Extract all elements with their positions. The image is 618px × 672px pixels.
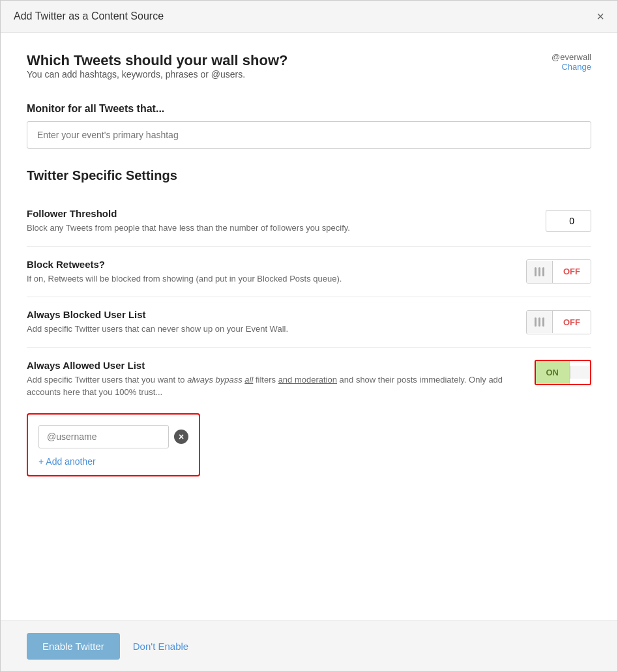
block-retweets-desc: If on, Retweets will be blocked from sho… (27, 272, 513, 285)
username-input[interactable] (38, 425, 169, 448)
dialog: Add Twitter as a Content Source × Which … (0, 0, 618, 672)
bar2 (538, 267, 540, 276)
allowed-user-list-name: Always Allowed User List (27, 360, 522, 371)
bar1 (535, 267, 537, 276)
blocked-user-list-toggle-handle[interactable] (527, 311, 553, 333)
remove-username-button[interactable]: × (174, 430, 188, 444)
subtitle: You can add hashtags, keywords, phrases … (27, 69, 288, 80)
blocked-user-list-name: Always Blocked User List (27, 309, 513, 320)
follower-threshold-desc: Block any Tweets from people that have l… (27, 222, 533, 235)
allowed-user-list-toggle-label: ON (536, 361, 570, 384)
blocked-user-list-toggle[interactable]: OFF (526, 310, 591, 334)
follower-threshold-name: Follower Threshold (27, 208, 533, 219)
allowed-user-list-toggle[interactable]: ON (535, 360, 592, 385)
block-retweets-toggle-handle[interactable] (527, 261, 553, 283)
allowed-user-list-desc: Add specific Twitter users that you want… (27, 373, 522, 399)
blocked-user-list-row: Always Blocked User List Add specific Tw… (27, 297, 591, 348)
follower-threshold-info: Follower Threshold Block any Tweets from… (27, 208, 546, 235)
bar1 (535, 317, 537, 327)
allowed-user-list-section: Always Allowed User List Add specific Tw… (27, 348, 591, 476)
block-retweets-toggle-label: OFF (553, 260, 591, 283)
follower-threshold-input[interactable] (546, 210, 591, 232)
username-row: × (38, 425, 188, 448)
username-area: × + Add another (27, 413, 200, 476)
account-username: @everwall (552, 52, 591, 62)
dialog-title: Add Twitter as a Content Source (14, 10, 164, 22)
close-button[interactable]: × (596, 10, 604, 23)
main-heading: Which Tweets should your wall show? (27, 52, 288, 69)
enable-twitter-button[interactable]: Enable Twitter (27, 633, 120, 660)
add-another-link[interactable]: + Add another (38, 456, 96, 467)
blocked-user-list-toggle-label: OFF (553, 311, 591, 334)
dialog-footer: Enable Twitter Don't Enable (1, 621, 617, 671)
allowed-user-list-toggle-handle[interactable] (570, 366, 590, 379)
dont-enable-button[interactable]: Don't Enable (133, 641, 188, 652)
block-retweets-toggle[interactable]: OFF (526, 259, 591, 284)
hashtag-input[interactable] (27, 121, 591, 149)
allowed-user-list-info: Always Allowed User List Add specific Tw… (27, 360, 535, 399)
change-link[interactable]: Change (561, 62, 591, 72)
bar2 (538, 317, 540, 327)
account-info: @everwall Change (552, 52, 591, 72)
remove-icon: × (174, 430, 188, 444)
dialog-header: Add Twitter as a Content Source × (1, 1, 617, 33)
monitor-label: Monitor for all Tweets that... (27, 103, 591, 115)
settings-heading: Twitter Specific Settings (27, 168, 591, 183)
block-retweets-info: Block Retweets? If on, Retweets will be … (27, 259, 526, 285)
blocked-user-list-desc: Add specific Twitter users that can neve… (27, 323, 513, 336)
blocked-user-list-info: Always Blocked User List Add specific Tw… (27, 309, 526, 336)
block-retweets-row: Block Retweets? If on, Retweets will be … (27, 247, 591, 298)
bar3 (542, 317, 544, 327)
allowed-user-list-header: Always Allowed User List Add specific Tw… (27, 360, 591, 399)
dialog-body: Which Tweets should your wall show? You … (1, 33, 617, 621)
top-section: Which Tweets should your wall show? You … (27, 52, 591, 98)
follower-threshold-row: Follower Threshold Block any Tweets from… (27, 196, 591, 247)
bar3 (542, 267, 544, 276)
block-retweets-name: Block Retweets? (27, 259, 513, 270)
